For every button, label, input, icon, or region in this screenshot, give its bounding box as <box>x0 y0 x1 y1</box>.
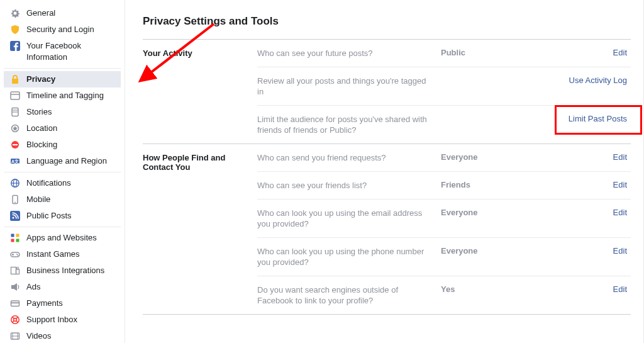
sidebar-item-label: Your Facebook Information <box>26 40 116 63</box>
sidebar-item-business-integrations[interactable]: Business Integrations <box>4 262 121 279</box>
rss-icon <box>10 211 20 221</box>
sidebar-item-apps-and-websites[interactable]: Apps and Websites <box>4 230 121 246</box>
svg-rect-29 <box>11 302 19 303</box>
setting-action-link[interactable]: Edit <box>613 152 627 162</box>
setting-action-cell: Use Activity Log <box>533 76 631 85</box>
svg-point-23 <box>16 254 18 255</box>
sidebar-item-privacy[interactable]: Privacy <box>4 71 121 87</box>
svg-point-31 <box>14 318 17 322</box>
fb-box-icon <box>10 41 20 51</box>
setting-question: Who can look you up using the phone numb… <box>257 246 441 267</box>
setting-question: Who can send you friend requests? <box>257 152 441 163</box>
setting-question: Who can look you up using the email addr… <box>257 208 441 229</box>
sidebar-item-support-inbox[interactable]: Support Inbox <box>4 312 121 328</box>
setting-action-cell: Edit <box>533 284 631 294</box>
sidebar-item-label: Language and Region <box>26 155 116 167</box>
sidebar-item-label: Business Integrations <box>26 265 116 276</box>
videos-icon <box>10 331 20 341</box>
sidebar-item-label: Payments <box>26 298 116 309</box>
setting-row: Who can see your friends list?FriendsEdi… <box>257 172 631 200</box>
setting-action-link[interactable]: Edit <box>613 284 627 294</box>
svg-rect-25 <box>11 267 16 274</box>
svg-rect-28 <box>11 301 19 306</box>
sidebar-item-language-and-region[interactable]: A文Language and Region <box>4 153 121 169</box>
sidebar-item-label: Instant Games <box>26 249 116 260</box>
sidebar-item-stories[interactable]: Stories <box>4 104 121 120</box>
setting-value: Friends <box>441 180 533 189</box>
sidebar-item-instant-games[interactable]: Instant Games <box>4 246 121 262</box>
sidebar-item-ads[interactable]: Ads <box>4 279 121 295</box>
setting-action-link[interactable]: Edit <box>613 208 627 217</box>
setting-row: Limit the audience for posts you've shar… <box>257 106 631 143</box>
ads-icon <box>10 282 20 292</box>
sidebar-item-label: Blocking <box>26 139 116 150</box>
setting-row: Who can look you up using the phone numb… <box>257 238 631 276</box>
apps-icon <box>10 233 20 243</box>
svg-rect-19 <box>16 234 19 237</box>
location-icon <box>10 123 20 133</box>
sidebar-item-label: Location <box>26 123 116 134</box>
setting-row: Who can look you up using the email addr… <box>257 200 631 238</box>
setting-row: Do you want search engines outside of Fa… <box>257 276 631 314</box>
sidebar-item-mobile[interactable]: Mobile <box>4 191 121 208</box>
setting-action-cell: Limit Past Posts <box>533 114 631 123</box>
setting-value: Everyone <box>441 152 533 162</box>
setting-action-link[interactable]: Use Activity Log <box>569 76 628 85</box>
svg-rect-18 <box>11 234 14 237</box>
setting-row: Who can see your future posts?PublicEdit <box>257 40 631 67</box>
sidebar-item-public-posts[interactable]: Public Posts <box>4 208 121 224</box>
gear-icon <box>10 8 20 18</box>
page-title: Privacy Settings and Tools <box>143 15 631 28</box>
sidebar-item-label: Support Inbox <box>26 314 116 325</box>
sidebar-item-payments[interactable]: Payments <box>4 295 121 312</box>
setting-action-link[interactable]: Limit Past Posts <box>569 114 627 123</box>
svg-point-24 <box>18 255 19 256</box>
sidebar-group: PrivacyTimeline and TaggingStoriesLocati… <box>4 69 121 172</box>
sidebar-item-security-and-login[interactable]: Security and Login <box>4 21 121 38</box>
setting-row: Who can send you friend requests?Everyon… <box>257 144 631 172</box>
games-icon <box>10 249 20 259</box>
shield-icon <box>10 25 20 35</box>
settings-sidebar: GeneralSecurity and LoginYour Facebook I… <box>0 0 125 343</box>
globe-icon <box>10 178 20 188</box>
sidebar-item-blocking[interactable]: Blocking <box>4 137 121 153</box>
sidebar-item-label: Timeline and Tagging <box>26 90 116 101</box>
sidebar-item-timeline-and-tagging[interactable]: Timeline and Tagging <box>4 87 121 104</box>
sidebar-item-general[interactable]: General <box>4 5 121 21</box>
sidebar-item-notifications[interactable]: Notifications <box>4 175 121 191</box>
sidebar-item-videos[interactable]: Videos <box>4 328 121 343</box>
settings-main: Privacy Settings and Tools Your Activity… <box>125 0 644 343</box>
sidebar-group: GeneralSecurity and LoginYour Facebook I… <box>4 3 121 69</box>
section-heading: Your Activity <box>143 40 257 143</box>
setting-action-cell: Edit <box>533 246 631 256</box>
setting-question: Review all your posts and things you're … <box>257 76 441 97</box>
stories-icon <box>10 107 20 117</box>
svg-rect-1 <box>11 92 19 99</box>
setting-action-link[interactable]: Edit <box>613 48 627 57</box>
svg-text:A文: A文 <box>11 159 19 164</box>
setting-value: Everyone <box>441 246 533 256</box>
svg-point-17 <box>13 217 14 219</box>
sidebar-item-location[interactable]: Location <box>4 120 121 137</box>
setting-action-link[interactable]: Edit <box>613 180 627 189</box>
svg-point-27 <box>17 267 19 269</box>
sidebar-group: NotificationsMobilePublic Posts <box>4 172 121 227</box>
language-icon: A文 <box>10 156 20 166</box>
setting-action-link[interactable]: Edit <box>613 246 627 256</box>
blocking-icon <box>10 140 20 150</box>
svg-rect-8 <box>13 144 18 145</box>
sidebar-item-your-facebook-information[interactable]: Your Facebook Information <box>4 38 121 65</box>
business-icon <box>10 266 20 276</box>
svg-rect-26 <box>16 269 19 274</box>
sidebar-item-label: Notifications <box>26 177 116 189</box>
setting-question: Limit the audience for posts you've shar… <box>257 114 441 135</box>
setting-row: Review all your posts and things you're … <box>257 67 631 106</box>
setting-question: Who can see your friends list? <box>257 180 441 191</box>
sidebar-item-label: Public Posts <box>26 210 116 222</box>
sidebar-group: Apps and WebsitesInstant GamesBusiness I… <box>4 227 121 343</box>
setting-question: Who can see your future posts? <box>257 48 441 59</box>
mobile-icon <box>10 194 20 205</box>
svg-point-15 <box>14 202 16 203</box>
payments-icon <box>10 298 20 308</box>
sidebar-item-label: Stories <box>26 106 116 118</box>
